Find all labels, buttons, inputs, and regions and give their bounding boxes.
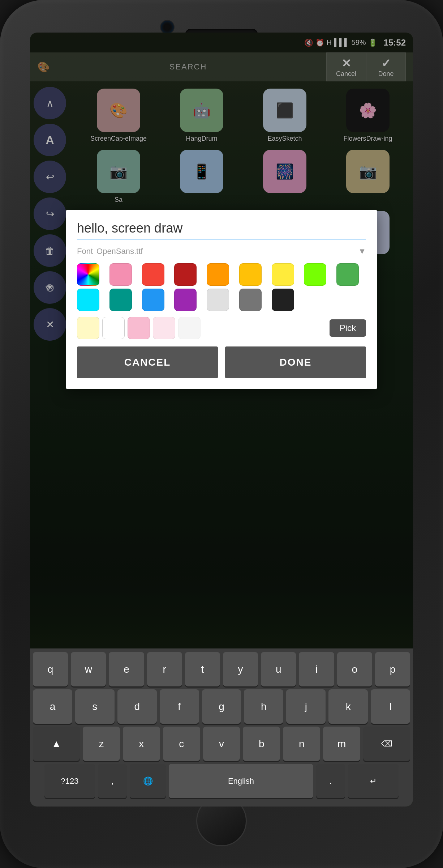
backspace-key[interactable]: ⌫ [363,727,410,761]
color-grey-light[interactable] [207,289,229,311]
dialog-cancel-button[interactable]: CANCEL [77,346,218,378]
key-h[interactable]: h [244,689,283,724]
font-row: Font OpenSans.ttf ▼ [77,247,366,256]
spacer [304,289,326,311]
color-black[interactable] [272,289,294,311]
color-grey[interactable] [239,289,262,311]
comma-key[interactable]: , [98,764,127,798]
enter-icon: ↵ [370,776,377,786]
color-red[interactable] [142,263,164,286]
key-c[interactable]: c [163,727,200,761]
font-value: OpenSans.ttf [96,247,354,256]
globe-key[interactable]: 🌐 [130,764,166,798]
color-yellow[interactable] [272,263,294,286]
phone-screen: 🔇 ⏰ H ▌▌▌ 59% 🔋 15:52 🎨 SEARCH ✕ Cancel [30,33,413,807]
key-t[interactable]: t [185,652,220,686]
enter-key[interactable]: ↵ [348,764,399,798]
text-dialog: Font OpenSans.ttf ▼ [66,210,377,389]
key-z[interactable]: z [83,727,120,761]
pick-color-button[interactable]: Pick [330,319,366,337]
color-green[interactable] [336,263,359,286]
color-off-white[interactable] [178,317,201,339]
dropdown-arrow-icon[interactable]: ▼ [358,247,366,256]
key-y[interactable]: y [223,652,258,686]
num-key[interactable]: ?123 [44,764,95,798]
key-i[interactable]: i [299,652,334,686]
key-f[interactable]: f [160,689,199,724]
dialog-buttons: CANCEL DONE [77,346,366,378]
keyboard: q w e r t y u i o p a s d f g h j k [30,648,413,807]
camera [160,20,175,34]
color-teal[interactable] [109,289,132,311]
color-light-green[interactable] [304,263,326,286]
color-rainbow[interactable] [77,263,99,286]
keyboard-row-1: q w e r t y u i o p [33,652,410,686]
key-n[interactable]: n [283,727,320,761]
key-e[interactable]: e [109,652,144,686]
key-s[interactable]: s [75,689,115,724]
backspace-icon: ⌫ [381,739,392,749]
key-q[interactable]: q [33,652,68,686]
keyboard-row-4: ?123 , 🌐 English . ↵ [33,764,410,798]
period-key[interactable]: . [316,764,345,798]
key-m[interactable]: m [323,727,360,761]
key-j[interactable]: j [286,689,326,724]
color-pink-light[interactable] [109,263,132,286]
color-white[interactable] [102,317,125,339]
key-v[interactable]: v [203,727,240,761]
shift-icon: ▲ [51,738,61,750]
color-cyan[interactable] [77,289,99,311]
key-l[interactable]: l [371,689,410,724]
color-amber[interactable] [239,263,262,286]
dialog-done-button[interactable]: DONE [225,346,366,378]
text-input[interactable] [77,221,366,239]
color-pink-pale[interactable] [128,317,150,339]
key-d[interactable]: d [117,689,157,724]
key-w[interactable]: w [71,652,106,686]
key-a[interactable]: a [33,689,72,724]
color-pink-faint[interactable] [153,317,175,339]
key-r[interactable]: r [147,652,182,686]
key-k[interactable]: k [328,689,368,724]
key-b[interactable]: b [243,727,280,761]
key-x[interactable]: x [123,727,160,761]
key-p[interactable]: p [375,652,410,686]
key-u[interactable]: u [261,652,296,686]
font-label: Font [77,247,93,256]
space-key[interactable]: English [169,764,313,798]
color-blue[interactable] [142,289,164,311]
color-row-3: Pick [77,317,366,339]
color-yellow-light[interactable] [77,317,99,339]
key-g[interactable]: g [202,689,241,724]
color-red-dark[interactable] [174,263,197,286]
key-o[interactable]: o [337,652,372,686]
color-purple[interactable] [174,289,197,311]
keyboard-row-2: a s d f g h j k l [33,689,410,724]
shift-key[interactable]: ▲ [33,727,80,761]
color-orange[interactable] [207,263,229,286]
phone-frame: 🔇 ⏰ H ▌▌▌ 59% 🔋 15:52 🎨 SEARCH ✕ Cancel [0,0,443,868]
color-grid [77,263,366,311]
keyboard-row-3: ▲ z x c v b n m ⌫ [33,727,410,761]
